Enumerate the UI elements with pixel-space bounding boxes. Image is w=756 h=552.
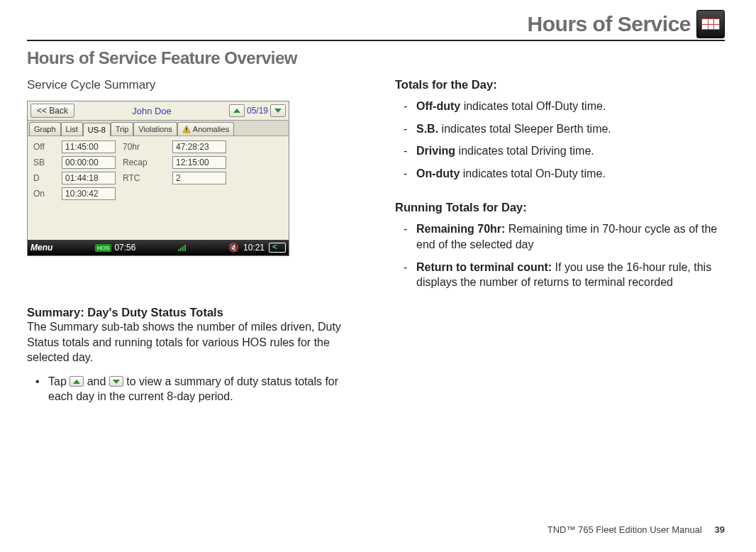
recap-value: 12:15:00 <box>172 156 226 169</box>
totals-item: Driving indicates total Driving time. <box>416 143 725 159</box>
device-screenshot: << Back John Doe 05/19 Graph List US-8 T… <box>27 101 289 256</box>
page-footer: TND™ 765 Fleet Edition User Manual 39 <box>547 524 725 535</box>
svg-rect-2 <box>186 131 187 131</box>
hr70-value: 47:28:23 <box>172 140 226 153</box>
running-item: Remaining 70hr: Remaining time in 70-hou… <box>416 221 725 252</box>
page-heading: Hours of Service Feature Overview <box>27 48 725 68</box>
tab-anomalies[interactable]: Anomalies <box>177 122 234 136</box>
recap-label: Recap <box>123 158 165 167</box>
tab-trip[interactable]: Trip <box>111 122 134 136</box>
tab-anomalies-label: Anomalies <box>193 125 229 133</box>
rtc-value: 2 <box>172 172 226 184</box>
battery-icon <box>269 243 286 253</box>
signal-icon <box>178 244 186 251</box>
footer-text: TND™ 765 Fleet Edition User Manual <box>547 524 702 535</box>
date-next-button[interactable] <box>270 104 286 117</box>
d-label: D <box>33 173 55 183</box>
menu-button[interactable]: Menu <box>30 243 52 253</box>
chapter-icon <box>696 10 725 38</box>
tab-us8[interactable]: US-8 <box>83 123 111 136</box>
totals-item: Off-duty indicates total Off-Duty time. <box>416 99 725 114</box>
chapter-title: Hours of Service <box>528 12 691 36</box>
totals-item: On-duty indicates total On-Duty time. <box>416 166 725 182</box>
totals-item: S.B. indicates total Sleeper Berth time. <box>416 121 725 137</box>
back-button[interactable]: << Back <box>30 104 74 118</box>
inline-up-icon <box>70 376 84 387</box>
running-item: Return to terminal count: If you use the… <box>416 260 725 290</box>
inline-down-icon <box>109 376 123 387</box>
status-clock: 10:21 <box>243 243 265 253</box>
date-prev-button[interactable] <box>229 104 245 117</box>
warning-icon <box>182 125 191 133</box>
left-subhead: Service Cycle Summary <box>27 78 357 92</box>
bullet-pre: Tap <box>48 375 70 387</box>
status-bar: Menu HOS 07:56 🔇 10:21 <box>28 240 289 255</box>
summary-bullet: Tap and to view a summary of duty status… <box>48 374 357 404</box>
on-value: 10:30:42 <box>62 187 116 200</box>
d-value: 01:44:18 <box>62 172 116 184</box>
mute-icon: 🔇 <box>228 243 239 253</box>
running-heading: Running Totals for Day: <box>395 201 725 214</box>
on-label: On <box>33 189 55 199</box>
svg-rect-1 <box>186 128 187 131</box>
totals-heading: Totals for the Day: <box>395 78 725 92</box>
tab-bar: Graph List US-8 Trip Violations Anomalie… <box>28 120 289 136</box>
summary-heading: Summary: Day's Duty Status Totals <box>27 306 357 319</box>
page-number: 39 <box>715 524 725 535</box>
driver-name: John Doe <box>132 106 172 116</box>
sb-label: SB <box>33 158 55 167</box>
tab-violations[interactable]: Violations <box>133 122 177 136</box>
rtc-label: RTC <box>123 173 165 183</box>
tab-graph[interactable]: Graph <box>29 122 61 136</box>
off-label: Off <box>33 142 55 152</box>
bullet-mid: and <box>87 375 109 387</box>
hos-badge: HOS <box>95 244 111 252</box>
sb-value: 00:00:00 <box>62 156 116 169</box>
hos-time: 07:56 <box>114 243 135 253</box>
off-value: 11:45:00 <box>62 140 116 153</box>
date-label: 05/19 <box>247 106 268 116</box>
tab-list[interactable]: List <box>61 122 83 136</box>
hr70-label: 70hr <box>123 142 165 152</box>
summary-body: The Summary sub-tab shows the number of … <box>27 319 357 365</box>
